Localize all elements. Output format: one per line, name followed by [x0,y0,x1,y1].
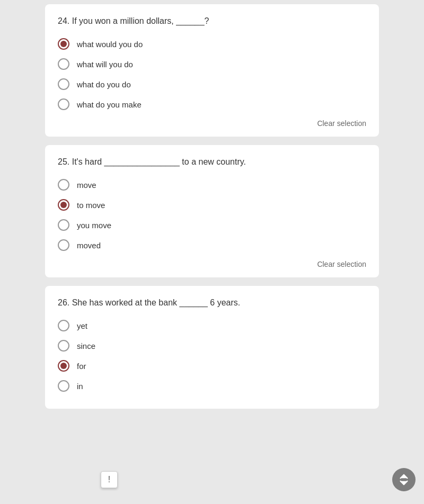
question-card-25: 25. It's hard ________________ to a new … [45,145,379,277]
option-row-q25_a[interactable]: move [58,179,366,191]
radio-q25_a[interactable] [58,179,69,191]
radio-inner-q24_a [60,41,67,47]
option-row-q26_a[interactable]: yet [58,320,366,331]
option-label-q25_d: moved [77,241,101,250]
question-card-26: 26. She has worked at the bank ______ 6 … [45,286,379,409]
option-row-q24_c[interactable]: what do you do [58,78,366,90]
question-text-24: 24. If you won a million dollars, ______… [58,15,366,28]
option-row-q25_d[interactable]: moved [58,239,366,251]
option-row-q26_b[interactable]: since [58,340,366,352]
option-row-q24_a[interactable]: what would you do [58,38,366,50]
nav-button[interactable] [392,468,416,491]
radio-q25_c[interactable] [58,219,69,231]
radio-inner-q26_c [60,363,67,369]
quiz-screen: 24. If you won a million dollars, ______… [0,0,424,504]
radio-q26_c[interactable] [58,360,69,372]
clear-button-24[interactable]: Clear selection [317,119,366,128]
radio-q26_d[interactable] [58,380,69,392]
option-label-q26_a: yet [77,321,87,330]
option-row-q26_c[interactable]: for [58,360,366,372]
option-row-q26_d[interactable]: in [58,380,366,392]
radio-q24_a[interactable] [58,38,69,50]
option-label-q24_a: what would you do [77,40,143,49]
option-label-q26_c: for [77,362,86,371]
option-label-q24_c: what do you do [77,80,131,89]
radio-q24_b[interactable] [58,58,69,70]
radio-q26_b[interactable] [58,340,69,352]
option-label-q24_d: what do you make [77,100,142,109]
option-label-q24_b: what will you do [77,60,133,69]
option-label-q25_a: move [77,181,96,190]
clear-selection-25: Clear selection [58,259,366,269]
nav-icon [398,474,410,485]
radio-q25_d[interactable] [58,239,69,251]
option-row-q24_d[interactable]: what do you make [58,98,366,110]
question-text-26: 26. She has worked at the bank ______ 6 … [58,296,366,309]
option-label-q25_b: to move [77,201,105,210]
radio-q26_a[interactable] [58,320,69,331]
question-text-25: 25. It's hard ________________ to a new … [58,156,366,168]
flag-button[interactable]: ! [101,471,118,488]
radio-inner-q25_b [60,202,67,208]
option-label-q25_c: you move [77,221,111,230]
radio-q24_c[interactable] [58,78,69,90]
radio-q25_b[interactable] [58,199,69,211]
option-row-q25_b[interactable]: to move [58,199,366,211]
option-label-q26_d: in [77,382,83,391]
clear-button-25[interactable]: Clear selection [317,260,366,268]
option-label-q26_b: since [77,341,95,350]
radio-q24_d[interactable] [58,98,69,110]
question-card-24: 24. If you won a million dollars, ______… [45,4,379,137]
clear-selection-24: Clear selection [58,119,366,128]
option-row-q25_c[interactable]: you move [58,219,366,231]
option-row-q24_b[interactable]: what will you do [58,58,366,70]
